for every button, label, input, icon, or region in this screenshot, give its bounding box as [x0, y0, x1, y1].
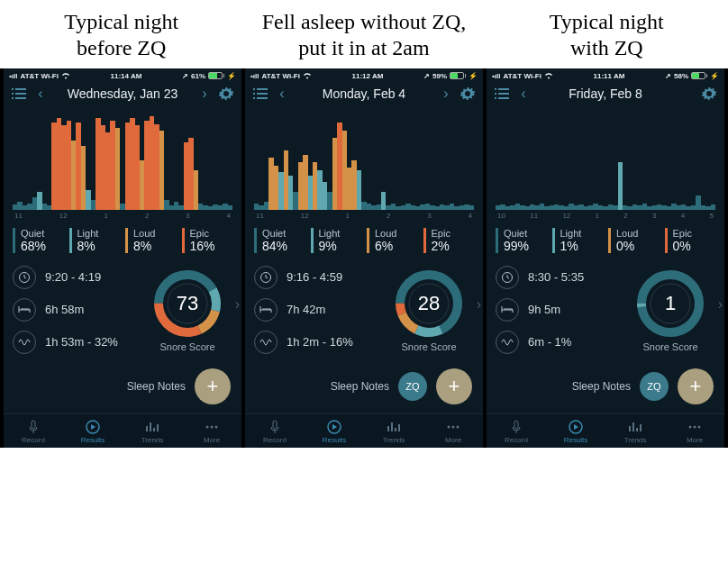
next-day-button[interactable]: › — [196, 86, 213, 102]
clock-icon — [13, 266, 36, 289]
carrier-label: AT&T Wi-Fi — [20, 72, 58, 80]
snore-score[interactable]: 73 Snore Score › — [142, 268, 232, 352]
wave-icon — [254, 331, 278, 354]
svg-point-10 — [206, 425, 209, 428]
clock-icon — [254, 266, 278, 289]
zq-badge[interactable]: ZQ — [398, 372, 427, 401]
wifi-icon — [61, 72, 70, 79]
duration: 9h 5m — [528, 303, 560, 316]
notes-row: Sleep Notes ZQ + — [245, 359, 483, 413]
settings-icon[interactable] — [218, 86, 234, 102]
tab-trends[interactable]: Trends — [364, 414, 423, 448]
add-note-button[interactable]: + — [436, 368, 472, 404]
snore-score[interactable]: 28 Snore Score › — [384, 268, 474, 352]
tab-results[interactable]: Results — [63, 414, 123, 448]
zq-badge[interactable]: ZQ — [640, 372, 669, 401]
list-icon[interactable] — [494, 86, 510, 102]
chart-axis: 11121234 — [252, 210, 476, 223]
next-day-button[interactable]: › — [438, 86, 454, 102]
svg-text:73: 73 — [177, 292, 198, 314]
tab-record[interactable]: Record — [245, 414, 305, 448]
legend-loud: Loud8% — [125, 228, 177, 253]
chevron-right-icon[interactable]: › — [235, 296, 240, 313]
nav-bar: ‹ Wednesday, Jan 23 › — [4, 82, 241, 107]
prev-day-button[interactable]: ‹ — [274, 86, 290, 102]
tab-trends[interactable]: Trends — [123, 414, 182, 448]
legend-light: Light1% — [552, 228, 604, 253]
snore-row: 1h 2m - 16% — [254, 331, 377, 354]
svg-rect-21 — [273, 421, 277, 429]
tab-trends[interactable]: Trends — [605, 414, 665, 448]
snore-chart[interactable]: 11121234 — [245, 107, 483, 224]
battery-pct: 61% — [191, 72, 205, 80]
carrier-label: AT&T Wi-Fi — [503, 72, 541, 80]
time-range-row: 9:20 - 4:19 — [13, 266, 135, 289]
legend-epic: Epic2% — [423, 228, 475, 253]
list-icon[interactable] — [252, 86, 268, 102]
tab-record[interactable]: Record — [487, 414, 546, 448]
settings-icon[interactable] — [701, 86, 717, 102]
chevron-right-icon[interactable]: › — [477, 296, 481, 313]
sleep-notes-label: Sleep Notes — [572, 380, 631, 393]
legend-quiet: Quiet99% — [496, 228, 547, 253]
sleep-notes-label: Sleep Notes — [331, 380, 389, 393]
wave-icon — [13, 331, 36, 354]
location-icon: ↗ — [665, 72, 671, 80]
tab-results[interactable]: Results — [305, 414, 364, 448]
score-label: Snore Score — [384, 341, 474, 352]
status-bar: •ıll AT&T Wi-Fi 11:12 AM ↗ 59% ⚡ — [245, 68, 483, 82]
snore-chart[interactable]: 10111212345 — [487, 107, 724, 224]
svg-point-12 — [215, 425, 218, 428]
add-note-button[interactable]: + — [678, 368, 714, 404]
tab-record[interactable]: Record — [4, 414, 63, 448]
tab-more[interactable]: More — [182, 414, 241, 448]
date-title: Monday, Feb 4 — [296, 86, 432, 101]
bed-icon — [13, 298, 36, 322]
phone-3: •ıll AT&T Wi-Fi 11:11 AM ↗ 58% ⚡ ‹ Frida… — [487, 68, 724, 448]
tab-more[interactable]: More — [665, 414, 724, 448]
svg-rect-8 — [32, 421, 35, 429]
snore-stat: 6m - 1% — [528, 335, 571, 349]
tab-results[interactable]: Results — [546, 414, 605, 448]
notes-row: Sleep Notes + — [4, 359, 241, 413]
chevron-right-icon[interactable]: › — [718, 296, 723, 313]
battery-icon — [691, 72, 707, 79]
svg-text:28: 28 — [418, 292, 440, 314]
location-icon: ↗ — [182, 72, 188, 80]
legend-light: Light8% — [69, 228, 121, 253]
snore-score[interactable]: 1 Snore Score › — [625, 268, 715, 352]
list-icon[interactable] — [11, 86, 27, 102]
prev-day-button[interactable]: ‹ — [515, 86, 532, 102]
svg-text:1: 1 — [665, 292, 676, 314]
time-range-row: 8:30 - 5:35 — [496, 266, 618, 289]
tab-more[interactable]: More — [423, 414, 483, 448]
status-bar: •ıll AT&T Wi-Fi 11:11 AM ↗ 58% ⚡ — [487, 68, 724, 82]
status-bar: •ıll AT&T Wi-Fi 11:14 AM ↗ 61% ⚡ — [4, 68, 241, 82]
svg-point-11 — [211, 425, 214, 428]
location-icon: ↗ — [423, 72, 430, 80]
snore-chart[interactable]: 11121234 — [4, 107, 241, 224]
battery-icon — [450, 72, 466, 79]
prev-day-button[interactable]: ‹ — [32, 86, 49, 102]
date-title: Friday, Feb 8 — [537, 86, 674, 101]
battery-pct: 59% — [432, 72, 447, 80]
time-range: 8:30 - 5:35 — [528, 270, 584, 284]
add-note-button[interactable]: + — [195, 368, 231, 404]
chart-axis: 11121234 — [11, 210, 234, 223]
phone-2: •ıll AT&T Wi-Fi 11:12 AM ↗ 59% ⚡ ‹ Monda… — [245, 68, 483, 448]
stats-block: 9:20 - 4:19 6h 58m 1h 53m - 32% 73 Snore… — [4, 260, 241, 359]
charge-icon: ⚡ — [227, 72, 236, 80]
signal-icon: •ıll — [492, 72, 500, 80]
clock: 11:11 AM — [594, 72, 625, 80]
nav-bar: ‹ Friday, Feb 8 — [487, 82, 724, 107]
phones-row: •ıll AT&T Wi-Fi 11:14 AM ↗ 61% ⚡ ‹ Wedne… — [0, 68, 728, 448]
stats-block: 9:16 - 4:59 7h 42m 1h 2m - 16% 28 Snore … — [245, 260, 483, 359]
signal-icon: •ıll — [250, 72, 259, 80]
chart-axis: 10111212345 — [494, 210, 717, 223]
settings-icon[interactable] — [460, 86, 476, 102]
legend: Quiet99% Light1% Loud0% Epic0% — [487, 224, 724, 260]
caption-1: Typical nightbefore ZQ — [0, 0, 242, 68]
wifi-icon — [544, 72, 553, 79]
snore-row: 1h 53m - 32% — [13, 331, 135, 354]
clock: 11:12 AM — [352, 72, 384, 80]
